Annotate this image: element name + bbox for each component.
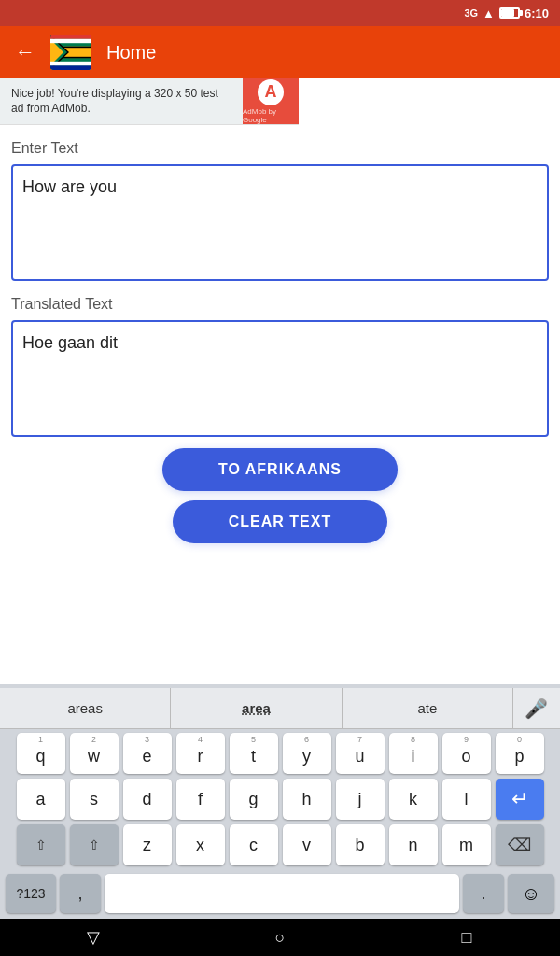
translate-button[interactable]: TO AFRIKAANS: [162, 448, 398, 491]
emoji-key[interactable]: ☺: [508, 874, 554, 913]
key-y[interactable]: 6y: [283, 733, 331, 774]
translated-text-area[interactable]: [11, 320, 549, 437]
ad-text: Nice job! You're displaying a 320 x 50 t…: [0, 87, 243, 116]
key-m[interactable]: m: [442, 824, 491, 865]
mic-button[interactable]: 🎤: [513, 688, 560, 729]
clear-button[interactable]: CLEAR TEXT: [173, 500, 387, 543]
ad-logo: A AdMob by Google: [243, 78, 299, 125]
action-buttons: TO AFRIKAANS CLEAR TEXT: [11, 441, 549, 553]
key-second-shift[interactable]: ⇧: [70, 824, 119, 865]
key-d[interactable]: d: [123, 779, 172, 820]
key-h[interactable]: h: [283, 779, 331, 820]
suggestions-row: areas area ate 🎤: [0, 688, 560, 729]
svg-rect-11: [50, 39, 91, 43]
suggestion-area[interactable]: area: [171, 688, 342, 728]
key-t[interactable]: 5t: [230, 733, 278, 774]
suggestion-areas[interactable]: areas: [0, 688, 171, 728]
battery-icon: [499, 7, 520, 19]
app-logo: [50, 35, 91, 70]
comma-key[interactable]: ,: [60, 874, 101, 913]
period-key[interactable]: .: [463, 874, 504, 913]
key-n[interactable]: n: [389, 824, 438, 865]
key-o[interactable]: 9o: [442, 733, 491, 774]
status-bar: 3G ▲ 6:10: [0, 0, 560, 26]
keyboard: areas area ate 🎤 1q 2w 3e 4r 5t: [0, 684, 560, 919]
signal-icon: 3G: [464, 7, 478, 19]
key-j[interactable]: j: [336, 779, 385, 820]
ad-by-text: AdMob by Google: [243, 107, 299, 124]
svg-rect-12: [50, 62, 91, 65]
nav-recents-button[interactable]: □: [439, 919, 495, 956]
key-p[interactable]: 0p: [496, 733, 544, 774]
key-z[interactable]: z: [123, 824, 172, 865]
sym-key[interactable]: ?123: [6, 874, 56, 913]
key-u[interactable]: 7u: [336, 733, 385, 774]
back-button[interactable]: ←: [15, 40, 35, 64]
keyboard-rows: 1q 2w 3e 4r 5t 6y 7u 8i: [0, 729, 560, 872]
app-bar: ← Home: [0, 26, 560, 78]
shift-key[interactable]: ⇧: [17, 824, 65, 865]
key-a[interactable]: a: [17, 779, 65, 820]
key-row-2: a s d f g h j k l: [2, 779, 558, 820]
svg-rect-10: [50, 65, 91, 70]
key-i[interactable]: 8i: [389, 733, 438, 774]
key-row-1: 1q 2w 3e 4r 5t 6y 7u 8i: [2, 733, 558, 774]
key-x[interactable]: x: [176, 824, 225, 865]
key-f[interactable]: f: [176, 779, 225, 820]
main-content: Enter Text Translated Text TO AFRIKAANS …: [0, 125, 560, 568]
key-k[interactable]: k: [389, 779, 438, 820]
key-g[interactable]: g: [230, 779, 278, 820]
key-row-3: ⇧ ⇧ z x c v b n m ⌫: [2, 824, 558, 865]
input-label: Enter Text: [11, 140, 549, 157]
key-w[interactable]: 2w: [70, 733, 119, 774]
suggestion-ate[interactable]: ate: [343, 688, 513, 728]
key-b[interactable]: b: [336, 824, 385, 865]
space-key[interactable]: [105, 874, 459, 913]
delete-key[interactable]: ⌫: [496, 824, 544, 865]
key-c[interactable]: c: [230, 824, 278, 865]
key-s[interactable]: s: [70, 779, 119, 820]
nav-bar: ▽ ○ □: [0, 919, 560, 956]
enter-key[interactable]: ↵: [496, 779, 544, 820]
input-text-area[interactable]: [11, 164, 549, 281]
time-display: 6:10: [525, 7, 549, 21]
key-q[interactable]: 1q: [17, 733, 65, 774]
translated-label: Translated Text: [11, 296, 549, 313]
status-icons: 3G ▲ 6:10: [464, 7, 549, 21]
key-v[interactable]: v: [283, 824, 331, 865]
nav-back-button[interactable]: ▽: [65, 919, 121, 956]
admob-logo-icon: A: [258, 79, 284, 105]
keyboard-bottom-row: ?123 , . ☺: [0, 872, 560, 919]
nav-home-button[interactable]: ○: [252, 919, 308, 956]
app-title: Home: [106, 42, 156, 63]
wifi-icon: ▲: [483, 7, 495, 21]
ad-banner: Nice job! You're displaying a 320 x 50 t…: [0, 78, 299, 125]
key-e[interactable]: 3e: [123, 733, 172, 774]
key-r[interactable]: 4r: [176, 733, 225, 774]
key-l[interactable]: l: [442, 779, 491, 820]
svg-rect-9: [50, 35, 91, 39]
